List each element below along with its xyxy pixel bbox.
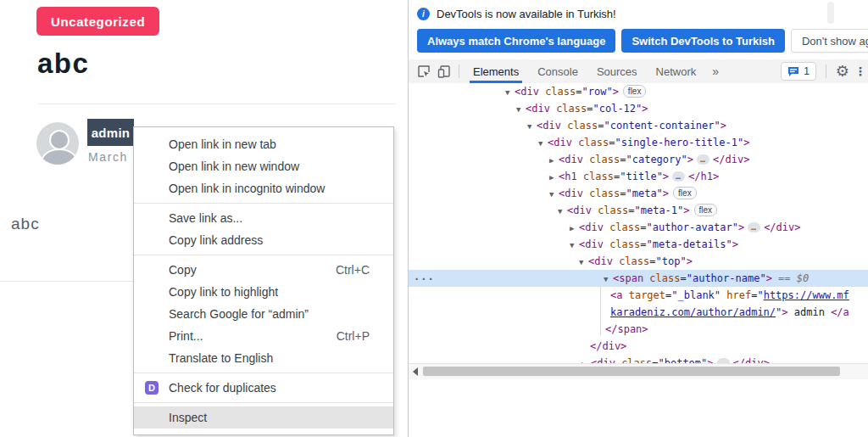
dom-tree-row[interactable]: ▶<div class="category">…</div>: [409, 151, 868, 168]
dom-tree-row[interactable]: ▼<div class="row">flex: [409, 83, 868, 100]
token-val: "meta": [626, 188, 663, 199]
menu-item-search-google-for-admin[interactable]: Search Google for “admin”: [134, 303, 393, 325]
notification-scrollbar: [827, 2, 834, 24]
inspect-element-icon[interactable]: [414, 61, 434, 81]
menu-item-translate-to-english[interactable]: Translate to English: [134, 347, 393, 369]
dom-tree-row[interactable]: ▶<h1 class="title">…</h1>: [409, 168, 868, 185]
tab-network[interactable]: Network: [647, 59, 706, 83]
devtools-panel: i DevTools is now available in Turkish! …: [408, 0, 868, 437]
token-badge: flex: [694, 204, 718, 216]
horizontal-scrollbar[interactable]: [409, 363, 868, 379]
menu-item-check-for-duplicates[interactable]: DCheck for duplicates: [134, 377, 393, 399]
dom-tree-row[interactable]: karadeniz.com/author/admin/"> admin </a: [409, 304, 868, 321]
menu-separator: [134, 402, 393, 403]
dont-show-again-button[interactable]: Don't show again: [791, 29, 868, 53]
token-tag: </span>: [605, 323, 648, 335]
menu-item-label: Copy: [169, 263, 197, 277]
indent-guide: [600, 287, 601, 336]
devtools-notification: i DevTools is now available in Turkish!: [409, 0, 868, 27]
dom-tree-row[interactable]: ▶<div class="bottom">…</div>: [409, 355, 868, 363]
collapse-arrow-icon[interactable]: ▼: [558, 203, 567, 220]
token-tag: </h1>: [688, 171, 719, 182]
token-tag: </a: [831, 306, 849, 318]
token-gray: ==: [772, 272, 797, 284]
collapse-arrow-icon[interactable]: ▼: [604, 271, 613, 288]
dom-tree-row[interactable]: ▼<div class="meta">flex: [409, 185, 868, 202]
token-tag: </div>: [764, 221, 800, 233]
more-tabs-icon[interactable]: »: [705, 64, 726, 78]
menu-item-copy-link-address[interactable]: Copy link address: [134, 229, 393, 251]
menu-item-copy-link-to-highlight[interactable]: Copy link to highlight: [134, 281, 393, 303]
issues-counter[interactable]: 1: [781, 62, 816, 81]
token-val: "bottom": [659, 357, 708, 363]
dom-tree-row[interactable]: ▼<div class="meta-1">flex: [409, 202, 868, 219]
collapse-arrow-icon[interactable]: ▼: [579, 254, 588, 271]
token-val: "title": [620, 171, 663, 182]
always-match-language-button[interactable]: Always match Chrome's language: [417, 29, 615, 53]
menu-item-open-link-in-new-tab[interactable]: Open link in new tab: [134, 133, 393, 155]
token-tag: >: [707, 357, 713, 363]
token-attr: href: [721, 289, 751, 301]
menu-item-open-link-in-new-window[interactable]: Open link in new window: [134, 155, 393, 177]
scrollbar-thumb[interactable]: [423, 367, 840, 376]
expand-arrow-icon[interactable]: ▶: [581, 356, 591, 363]
token-tag: <a: [610, 289, 622, 301]
menu-item-label: Open link in incognito window: [169, 182, 325, 195]
dom-tree-row[interactable]: </span>: [409, 321, 868, 338]
dom-tree-row[interactable]: <a target="_blank" href="https://www.mf: [409, 287, 868, 304]
dom-tree-row[interactable]: ▼<div class="content-container">: [409, 117, 868, 134]
menu-item-inspect[interactable]: Inspect: [134, 406, 393, 429]
token-ellipsis: …: [748, 222, 760, 233]
dom-tree-row[interactable]: ▼<div class="col-12">: [409, 100, 868, 117]
settings-gear-icon[interactable]: ⚙: [836, 64, 849, 79]
menu-shortcut: Ctrl+P: [337, 329, 370, 343]
dom-tree-row[interactable]: ▼<div class="meta-details">: [409, 236, 868, 253]
menu-item-label: Open link in new window: [169, 160, 299, 173]
collapse-arrow-icon[interactable]: ▼: [538, 135, 548, 152]
dom-tree-row[interactable]: ▼<div class="single-hero-title-1">: [409, 134, 868, 151]
token-tag: <div: [537, 120, 561, 132]
token-tag: >: [766, 272, 772, 284]
token-attr: class: [539, 86, 576, 98]
collapse-arrow-icon[interactable]: ▼: [527, 118, 537, 135]
dom-tree-row-selected[interactable]: ...▼<span class="author-name"> == $0: [409, 270, 868, 287]
author-name-link[interactable]: admin: [87, 119, 134, 146]
expand-arrow-icon[interactable]: ▶: [549, 169, 559, 186]
token-attr: class: [572, 137, 609, 148]
token-attr: class: [561, 120, 598, 132]
device-toolbar-icon[interactable]: [434, 61, 454, 81]
content-divider: [0, 281, 133, 282]
token-link: karadeniz.com/author/admin/: [610, 306, 776, 318]
row-options-dots-icon[interactable]: ...: [414, 268, 435, 285]
dom-tree-row[interactable]: ▶<div class="author-avatar">…</div>: [409, 219, 868, 236]
collapse-arrow-icon[interactable]: ▼: [505, 84, 515, 101]
token-plain: =: [609, 137, 615, 148]
token-val: "col-12": [593, 103, 643, 115]
menu-item-save-link-as[interactable]: Save link as...: [134, 207, 393, 229]
token-plain: =: [598, 120, 604, 132]
dom-tree-row[interactable]: ▼<div class="top">: [409, 253, 868, 270]
category-badge[interactable]: Uncategorized: [36, 7, 159, 36]
collapse-arrow-icon[interactable]: ▼: [549, 186, 559, 203]
tab-elements[interactable]: Elements: [464, 59, 528, 83]
avatar-person-icon: [49, 130, 70, 150]
menu-item-open-link-in-incognito-window[interactable]: Open link in incognito window: [134, 177, 393, 199]
token-attr: class: [643, 272, 680, 284]
tab-sources[interactable]: Sources: [587, 59, 647, 83]
devtools-menu-dots-icon[interactable]: ⋮: [854, 64, 866, 78]
token-ellipsis: …: [672, 171, 685, 182]
menu-item-print[interactable]: Print...Ctrl+P: [134, 325, 393, 347]
expand-arrow-icon[interactable]: ▶: [570, 220, 579, 237]
token-plain: =: [620, 154, 626, 165]
switch-devtools-turkish-button[interactable]: Switch DevTools to Turkish: [621, 29, 785, 53]
scroll-left-arrow-icon[interactable]: [413, 367, 418, 376]
expand-arrow-icon[interactable]: ▶: [549, 152, 559, 169]
post-date: March: [88, 150, 128, 164]
duplicates-extension-icon: D: [145, 381, 159, 395]
tab-console[interactable]: Console: [528, 59, 587, 83]
dom-tree-row[interactable]: </div>: [409, 338, 868, 355]
menu-item-copy[interactable]: CopyCtrl+C: [134, 259, 393, 281]
collapse-arrow-icon[interactable]: ▼: [570, 237, 579, 254]
collapse-arrow-icon[interactable]: ▼: [516, 101, 526, 118]
toolbar-separator: [459, 64, 459, 78]
